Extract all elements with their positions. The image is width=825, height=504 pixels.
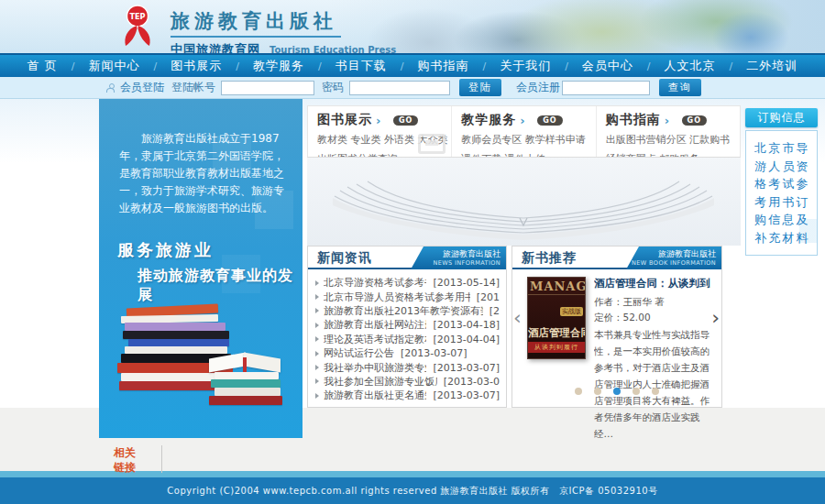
news-item[interactable]: 北京导游资格考试参考书补充材料[2013-05-14] (315, 276, 500, 290)
panel-teaching-service: 教学服务 › GO 教师会员专区 教学样书申请 课件下载 课件上传 (452, 106, 596, 157)
panel-title-link[interactable]: 图书展示 (317, 112, 372, 128)
go-button[interactable]: GO (682, 115, 707, 126)
open-book-hero (307, 158, 741, 246)
open-book-illustration (320, 165, 728, 244)
new-book-box: 新书推荐 旅游教育出版社 NEW BOOK INFORMATION ‹ › MA… (512, 246, 722, 408)
related-links: 相关 链接 (114, 445, 162, 475)
carousel-dot[interactable] (632, 388, 640, 395)
panel-links-line1[interactable]: 出版图书营销分区 汇款购书 (606, 133, 731, 148)
book-carousel: MANAGEM 实战版 酒店管理合同 从谈判到履行 酒店管理合同：从谈判到履行 … (512, 269, 721, 442)
book-cover[interactable]: MANAGEM 实战版 酒店管理合同 从谈判到履行 (527, 277, 586, 359)
bullet-icon (315, 308, 319, 313)
search-input[interactable] (562, 81, 650, 95)
order-info-sidebar: 订购信息 北京市导游人员资格考试参考用书订购信息及补充材料 (745, 108, 818, 256)
account-input[interactable] (221, 81, 314, 95)
news-item[interactable]: 网站试运行公告[2013-03-07] (315, 346, 500, 360)
go-button[interactable]: GO (537, 115, 562, 126)
new-book-banner: 旅游教育出版社 NEW BOOK INFORMATION (626, 247, 721, 269)
nav-item-beijing[interactable]: 人文北京 (645, 58, 728, 74)
login-button[interactable]: 登陆 (459, 79, 501, 96)
chevron-right-icon: › (520, 114, 524, 127)
header: TEP 旅游教育出版社 中国旅游教育网 Tourism Education Pr… (0, 0, 825, 53)
book-price: 定价：52.00 (594, 310, 710, 325)
site-title: 旅游教育出版社 (170, 8, 396, 34)
news-item[interactable]: 我社参加全国旅游专业饭店技能大赛[2013-03-0 (315, 375, 500, 389)
printer-icon (418, 134, 446, 154)
related-link-line2[interactable]: 链接 (114, 460, 136, 475)
go-button[interactable]: GO (393, 115, 418, 126)
panel-buying-guide: 购书指南 › GO 出版图书营销分区 汇款购书 经销商网点 邮购服务 (597, 106, 740, 157)
news-item[interactable]: 我社举办中职旅游类专业师资培训[2013-03-07] (315, 360, 500, 374)
panel-links-line1[interactable]: 教师会员专区 教学样书申请 (461, 133, 586, 148)
bullet-icon (315, 378, 319, 384)
svg-text:TEP: TEP (129, 12, 145, 21)
logo[interactable]: TEP (116, 5, 160, 49)
center-column: 图书展示 › GO 教材类 专业类 外语类 大众类 出版图书分类查询 教学服务 … (307, 105, 741, 408)
new-book-title: 新书推荐 (522, 250, 577, 265)
news-box: 新闻资讯 旅游教育出版社 NEWS INFORMATION 北京导游资格考试参考… (307, 246, 507, 408)
nav-item-home[interactable]: 首 页 (16, 58, 70, 74)
news-title: 新闻资讯 (317, 250, 372, 265)
nav-item-training[interactable]: 二外培训 (728, 58, 810, 74)
nav-item-about[interactable]: 关于我们 (480, 58, 563, 74)
content: 旅游教育出版社成立于1987年，隶属于北京第二外国语学院，是教育部职业教育教材出… (0, 99, 825, 471)
tep-flower-icon: TEP (116, 5, 160, 49)
book-spine (214, 372, 279, 379)
bullet-icon (315, 393, 319, 399)
panel-book-display: 图书展示 › GO 教材类 专业类 外语类 大众类 出版图书分类查询 (308, 106, 452, 157)
login-bar: 会员登陆 登陆帐号 密码 登陆 会员注册 查询 (0, 77, 825, 99)
cover-badge: 实战版 (560, 307, 583, 316)
bullet-icon (315, 365, 319, 370)
divider (161, 445, 162, 473)
quick-panels: 图书展示 › GO 教材类 专业类 外语类 大众类 出版图书分类查询 教学服务 … (307, 105, 741, 158)
chevron-right-icon: › (376, 114, 380, 127)
book-info: 酒店管理合同：从谈判到履行 作者：王丽华 著 定价：52.00 本书兼具专业性与… (594, 277, 710, 442)
carousel-dots (512, 381, 721, 399)
bullet-icon (315, 294, 319, 300)
nav-item-download[interactable]: 书目下载 (316, 58, 399, 74)
title-underline (170, 36, 341, 38)
main-nav: 首 页 新闻中心 图书展示 教学服务 书目下载 购书指南 关于我们 会员中心 人… (0, 53, 825, 77)
footer: Copyright (C)2004 www.tepcb.com.all righ… (0, 477, 825, 504)
search-button[interactable]: 查询 (659, 79, 701, 96)
new-book-header: 新书推荐 旅游教育出版社 NEW BOOK INFORMATION (512, 247, 721, 269)
banner-english: NEW BOOK INFORMATION (626, 259, 716, 267)
nav-item-news[interactable]: 新闻中心 (70, 58, 152, 74)
content-boxes: 新闻资讯 旅游教育出版社 NEWS INFORMATION 北京导游资格考试参考… (307, 246, 741, 408)
nav-item-member[interactable]: 会员中心 (563, 58, 645, 74)
nav-item-buying-guide[interactable]: 购书指南 (399, 58, 481, 74)
cover-title: 酒店管理合同 (528, 326, 585, 340)
news-item[interactable]: 理论及英语考试指定教材[2013-04-04] (315, 333, 500, 346)
nav-item-teaching[interactable]: 教学服务 (234, 58, 316, 74)
member-login-label: 会员登陆 (120, 80, 164, 95)
news-item[interactable]: 北京市导游人员资格考试参考用书订购信息[201 (315, 290, 500, 303)
account-label: 登陆帐号 (171, 80, 215, 95)
carousel-prev-arrow[interactable]: ‹ (513, 309, 522, 327)
book-spine (123, 331, 229, 339)
carousel-dot[interactable] (594, 388, 601, 395)
carousel-next-arrow[interactable]: › (711, 309, 720, 327)
nav-item-books[interactable]: 图书展示 (152, 58, 235, 74)
related-link-line1[interactable]: 相关 (114, 445, 136, 460)
news-item[interactable]: 旅游教育出版社更名通知[2013-03-07] (315, 389, 500, 402)
panel-title-link[interactable]: 教学服务 (461, 112, 516, 128)
password-input[interactable] (349, 81, 450, 95)
book-title-link[interactable]: 酒店管理合同：从谈判到履行 (594, 277, 710, 290)
panel-links-line2[interactable]: 课件下载 课件上传 (461, 152, 586, 157)
panel-links-line2[interactable]: 经销商网点 邮购服务 (606, 152, 731, 157)
carousel-dot[interactable] (652, 388, 659, 395)
order-info-body[interactable]: 北京市导游人员资格考试参考用书订购信息及补充材料 (745, 130, 818, 256)
book-spine (125, 323, 226, 331)
slogan-line2: 推动旅游教育事业的发展 (99, 267, 302, 305)
news-banner: 旅游教育出版社 NEWS INFORMATION (411, 247, 506, 269)
open-book-small (209, 350, 280, 370)
news-item[interactable]: 旅游教育出版社网站注册细则[2013-04-18] (315, 318, 500, 332)
news-item[interactable]: 旅游教育出版社2013年教学资源有奖征集活动[2 (315, 304, 500, 318)
carousel-dot[interactable] (575, 388, 582, 395)
register-link[interactable]: 会员注册 (516, 80, 560, 95)
book-spine (211, 379, 280, 388)
order-info-button[interactable]: 订购信息 (745, 108, 818, 127)
panel-title-link[interactable]: 购书指南 (606, 112, 661, 128)
brand: 旅游教育出版社 中国旅游教育网 Tourism Education Press (170, 8, 396, 53)
carousel-dot-active[interactable] (613, 388, 621, 395)
